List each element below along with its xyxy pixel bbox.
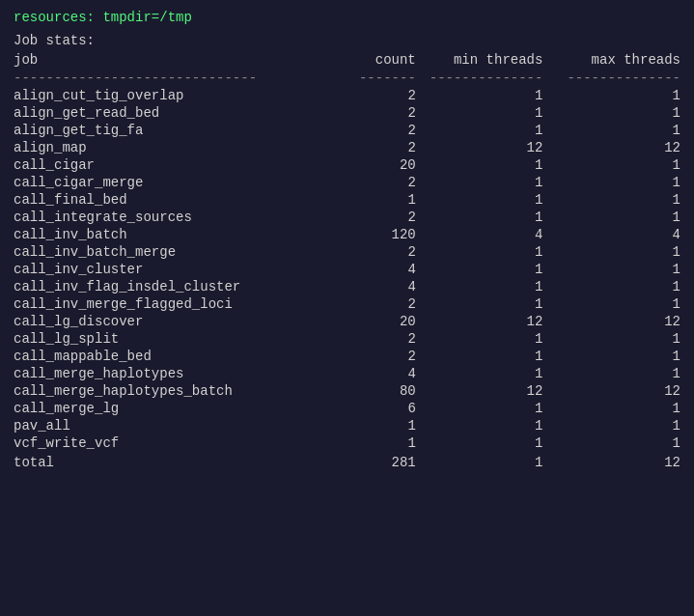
job-max-threads: 1 [542,156,680,174]
job-min-threads: 4 [416,226,543,243]
table-row: call_merge_haplotypes 4 1 1 [14,365,680,382]
job-name: align_cut_tig_overlap [14,87,342,104]
table-row: call_inv_batch_merge 2 1 1 [14,243,680,261]
total-row: total 281 1 12 [14,454,680,471]
job-max-threads: 1 [542,417,680,434]
job-count: 4 [342,365,416,382]
job-count: 1 [342,417,416,434]
job-min-threads: 1 [416,209,543,226]
table-row: call_inv_cluster 4 1 1 [14,261,680,278]
table-row: align_get_read_bed 2 1 1 [14,104,680,122]
job-count: 1 [342,191,416,209]
total-count: 281 [342,454,416,471]
job-count: 1 [342,434,416,452]
job-name: call_cigar_merge [14,174,342,191]
col-header-max-threads: max threads [542,52,680,70]
job-max-threads: 1 [542,243,680,261]
table-row: call_inv_merge_flagged_loci 2 1 1 [14,295,680,313]
job-max-threads: 1 [542,400,680,417]
job-name: call_lg_split [14,330,342,348]
job-max-threads: 1 [542,209,680,226]
col-header-min-threads: min threads [416,52,543,70]
job-name: call_cigar [14,156,342,174]
job-min-threads: 1 [416,191,543,209]
table-row: vcf_write_vcf 1 1 1 [14,434,680,452]
job-max-threads: 1 [542,365,680,382]
job-count: 80 [342,382,416,400]
col-header-count: count [342,52,416,70]
job-name: call_inv_batch [14,226,342,243]
job-name: align_get_read_bed [14,104,342,122]
job-name: call_mappable_bed [14,348,342,365]
job-max-threads: 1 [542,348,680,365]
job-stats-table: job count min threads max threads ------… [14,52,680,471]
job-min-threads: 12 [416,382,543,400]
table-row: call_merge_lg 6 1 1 [14,400,680,417]
job-name: call_merge_haplotypes [14,365,342,382]
job-count: 2 [342,87,416,104]
job-max-threads: 1 [542,434,680,452]
job-count: 2 [342,243,416,261]
total-max-threads: 12 [542,454,680,471]
table-row: call_cigar_merge 2 1 1 [14,174,680,191]
job-name: vcf_write_vcf [14,434,342,452]
job-min-threads: 1 [416,330,543,348]
table-row: call_inv_flag_insdel_cluster 4 1 1 [14,278,680,295]
job-max-threads: 1 [542,261,680,278]
job-min-threads: 1 [416,243,543,261]
job-count: 4 [342,278,416,295]
job-name: call_final_bed [14,191,342,209]
job-min-threads: 1 [416,434,543,452]
job-count: 2 [342,348,416,365]
job-max-threads: 1 [542,174,680,191]
job-name: align_map [14,139,342,156]
col-header-job: job [14,52,342,70]
job-name: call_integrate_sources [14,209,342,226]
job-count: 2 [342,174,416,191]
table-row: pav_all 1 1 1 [14,417,680,434]
table-row: call_final_bed 1 1 1 [14,191,680,209]
header-separator: ------------------------------ ------- -… [14,70,680,87]
total-min-threads: 1 [416,454,543,471]
job-min-threads: 12 [416,139,543,156]
job-count: 2 [342,295,416,313]
job-name: call_merge_lg [14,400,342,417]
job-min-threads: 1 [416,122,543,139]
column-headers: job count min threads max threads [14,52,680,70]
table-row: align_map 2 12 12 [14,139,680,156]
job-min-threads: 12 [416,313,543,330]
table-row: align_cut_tig_overlap 2 1 1 [14,87,680,104]
section-title: Job stats: [14,33,680,48]
job-max-threads: 1 [542,87,680,104]
job-count: 120 [342,226,416,243]
table-row: call_cigar 20 1 1 [14,156,680,174]
job-max-threads: 1 [542,104,680,122]
total-label: total [14,454,342,471]
job-max-threads: 12 [542,313,680,330]
table-row: align_get_tig_fa 2 1 1 [14,122,680,139]
table-row: call_merge_haplotypes_batch 80 12 12 [14,382,680,400]
job-count: 2 [342,122,416,139]
table-row: call_mappable_bed 2 1 1 [14,348,680,365]
table-row: call_inv_batch 120 4 4 [14,226,680,243]
job-max-threads: 4 [542,226,680,243]
job-count: 2 [342,330,416,348]
job-min-threads: 1 [416,87,543,104]
job-min-threads: 1 [416,365,543,382]
table-row: call_integrate_sources 2 1 1 [14,209,680,226]
job-name: call_lg_discover [14,313,342,330]
job-count: 6 [342,400,416,417]
job-min-threads: 1 [416,261,543,278]
job-min-threads: 1 [416,104,543,122]
job-name: align_get_tig_fa [14,122,342,139]
job-count: 2 [342,139,416,156]
table-row: call_lg_discover 20 12 12 [14,313,680,330]
header-resources: resources: tmpdir=/tmp [14,10,680,25]
job-min-threads: 1 [416,156,543,174]
job-min-threads: 1 [416,348,543,365]
job-min-threads: 1 [416,417,543,434]
job-count: 4 [342,261,416,278]
job-name: pav_all [14,417,342,434]
job-min-threads: 1 [416,400,543,417]
job-max-threads: 1 [542,278,680,295]
